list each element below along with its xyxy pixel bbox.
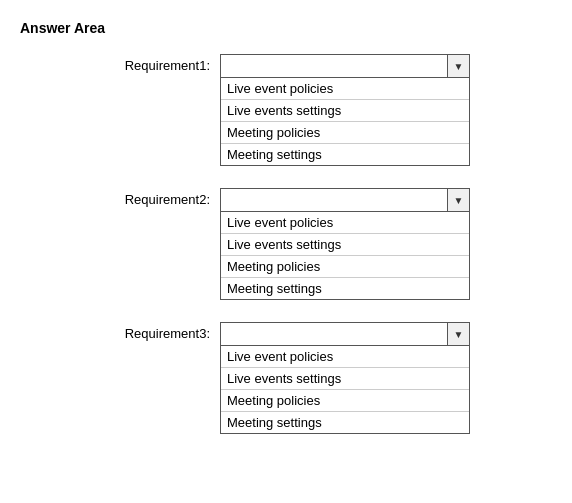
chevron-down-icon-1: ▼: [454, 61, 464, 72]
dropdown-select-3[interactable]: ▼: [220, 322, 470, 346]
dropdown-option-3-1[interactable]: Live event policies: [221, 346, 469, 368]
dropdown-option-3-4[interactable]: Meeting settings: [221, 412, 469, 433]
dropdown-arrow-2[interactable]: ▼: [447, 189, 469, 211]
dropdown-option-2-2[interactable]: Live events settings: [221, 234, 469, 256]
chevron-down-icon-3: ▼: [454, 329, 464, 340]
answer-area-section: Answer Area Requirement1:▼Live event pol…: [20, 20, 552, 434]
dropdown-select-1[interactable]: ▼: [220, 54, 470, 78]
requirement-label-2: Requirement2:: [20, 188, 220, 207]
dropdown-container-2: ▼Live event policiesLive events settings…: [220, 188, 470, 300]
dropdown-options-3: Live event policiesLive events settingsM…: [220, 346, 470, 434]
dropdown-option-1-1[interactable]: Live event policies: [221, 78, 469, 100]
dropdown-options-1: Live event policiesLive events settingsM…: [220, 78, 470, 166]
dropdown-select-2[interactable]: ▼: [220, 188, 470, 212]
dropdown-arrow-3[interactable]: ▼: [447, 323, 469, 345]
requirement-label-1: Requirement1:: [20, 54, 220, 73]
requirement-block-2: Requirement2:▼Live event policiesLive ev…: [20, 188, 552, 300]
chevron-down-icon-2: ▼: [454, 195, 464, 206]
dropdown-container-1: ▼Live event policiesLive events settings…: [220, 54, 470, 166]
dropdown-option-3-3[interactable]: Meeting policies: [221, 390, 469, 412]
dropdown-option-2-4[interactable]: Meeting settings: [221, 278, 469, 299]
dropdown-arrow-1[interactable]: ▼: [447, 55, 469, 77]
requirement-block-3: Requirement3:▼Live event policiesLive ev…: [20, 322, 552, 434]
dropdown-option-2-3[interactable]: Meeting policies: [221, 256, 469, 278]
dropdown-option-1-3[interactable]: Meeting policies: [221, 122, 469, 144]
answer-area-title: Answer Area: [20, 20, 552, 36]
dropdown-option-2-1[interactable]: Live event policies: [221, 212, 469, 234]
requirements-container: Requirement1:▼Live event policiesLive ev…: [20, 54, 552, 434]
dropdown-options-2: Live event policiesLive events settingsM…: [220, 212, 470, 300]
dropdown-option-3-2[interactable]: Live events settings: [221, 368, 469, 390]
requirement-block-1: Requirement1:▼Live event policiesLive ev…: [20, 54, 552, 166]
dropdown-container-3: ▼Live event policiesLive events settings…: [220, 322, 470, 434]
dropdown-option-1-4[interactable]: Meeting settings: [221, 144, 469, 165]
dropdown-option-1-2[interactable]: Live events settings: [221, 100, 469, 122]
requirement-label-3: Requirement3:: [20, 322, 220, 341]
